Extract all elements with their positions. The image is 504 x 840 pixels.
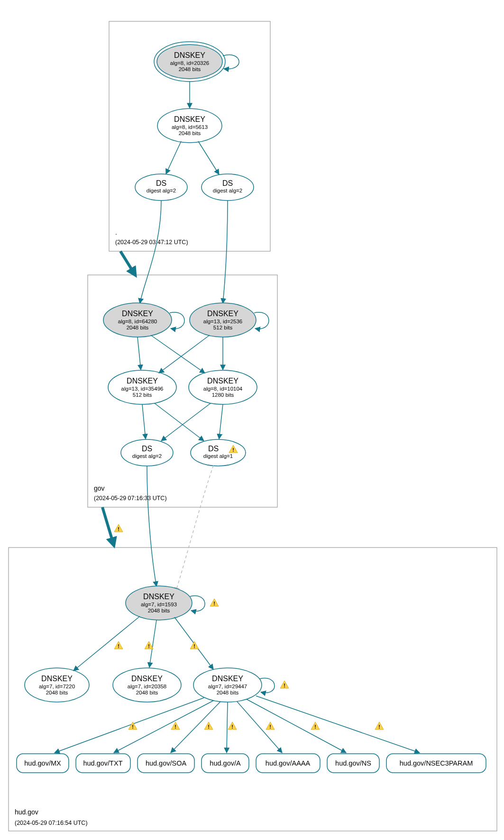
w-aaaa xyxy=(266,722,275,730)
svg-text:hud.gov/AAAA: hud.gov/AAAA xyxy=(266,759,311,767)
node-rr-a: hud.gov/A xyxy=(202,754,249,773)
e-gz2-gd2 xyxy=(219,404,223,439)
svg-text:DNSKEY: DNSKEY xyxy=(131,675,163,683)
svg-text:hud.gov/SOA: hud.gov/SOA xyxy=(146,759,187,767)
zone-gov-time: (2024-05-29 07:16:33 UTC) xyxy=(94,495,167,502)
svg-text:2048 bits: 2048 bits xyxy=(179,130,201,136)
svg-text:DS: DS xyxy=(208,445,219,453)
zone-root-label: . xyxy=(115,228,117,236)
zone-gov-label: gov xyxy=(94,484,105,492)
svg-text:DNSKEY: DNSKEY xyxy=(174,51,205,59)
warn-icon-deleg xyxy=(114,524,123,532)
e-gz1-gd1 xyxy=(142,404,146,439)
svg-text:2048 bits: 2048 bits xyxy=(179,66,201,72)
e-k3-nsec3 xyxy=(256,696,420,753)
node-root-ds1: DS digest alg=2 xyxy=(135,174,187,201)
svg-text:digest alg=2: digest alg=2 xyxy=(213,188,242,193)
svg-text:alg=8, id=20326: alg=8, id=20326 xyxy=(170,60,210,66)
svg-text:digest alg=2: digest alg=2 xyxy=(132,453,162,459)
svg-text:digest alg=2: digest alg=2 xyxy=(147,188,176,193)
w-nsec3 xyxy=(375,722,384,730)
node-root-zsk: DNSKEY alg=8, id=5613 2048 bits xyxy=(157,109,222,143)
e-k3-aaaa xyxy=(237,702,282,753)
svg-text:2048 bits: 2048 bits xyxy=(217,690,239,695)
svg-text:2048 bits: 2048 bits xyxy=(46,690,68,695)
node-hud-k1: DNSKEY alg=7, id=7220 2048 bits xyxy=(25,668,89,702)
e-gz1-gd2 xyxy=(154,403,204,441)
warn-e3 xyxy=(190,641,199,649)
edge-gov-to-hud-deleg xyxy=(102,507,114,545)
node-rr-txt: hud.gov/TXT xyxy=(76,754,130,773)
svg-text:digest alg=1: digest alg=1 xyxy=(203,453,233,459)
zone-hud-time: (2024-05-29 07:16:54 UTC) xyxy=(15,820,88,826)
svg-point-10 xyxy=(135,174,187,201)
node-hud-k3: DNSKEY alg=7, id=29447 2048 bits xyxy=(193,668,262,702)
svg-text:hud.gov/TXT: hud.gov/TXT xyxy=(83,759,122,767)
node-root-ksk: DNSKEY alg=8, id=20326 2048 bits xyxy=(154,42,225,82)
svg-text:alg=8, id=10104: alg=8, id=10104 xyxy=(203,386,243,392)
svg-text:DS: DS xyxy=(222,179,233,187)
e-gk1-gz1 xyxy=(137,337,141,370)
svg-text:DNSKEY: DNSKEY xyxy=(212,675,243,683)
edge-ds1-govksk1 xyxy=(140,201,161,303)
node-rr-aaaa: hud.gov/AAAA xyxy=(256,754,320,773)
warn-icon-hudksk-self xyxy=(210,599,219,606)
svg-text:alg=13, id=35496: alg=13, id=35496 xyxy=(121,386,164,392)
warn-e2 xyxy=(145,641,153,649)
warn-icon-hudk3-self xyxy=(280,681,289,688)
svg-text:alg=13, id=2536: alg=13, id=2536 xyxy=(203,319,243,324)
svg-text:DNSKEY: DNSKEY xyxy=(143,593,174,601)
svg-point-13 xyxy=(202,174,254,201)
svg-text:alg=7, id=29447: alg=7, id=29447 xyxy=(208,684,247,689)
svg-text:512 bits: 512 bits xyxy=(213,325,233,330)
svg-text:DNSKEY: DNSKEY xyxy=(127,377,158,385)
svg-text:512 bits: 512 bits xyxy=(133,392,152,398)
zone-root-time: (2024-05-29 03:47:12 UTC) xyxy=(115,239,188,246)
svg-text:DS: DS xyxy=(142,445,152,453)
node-rr-nsec3: hud.gov/NSEC3PARAM xyxy=(386,754,486,773)
svg-text:DNSKEY: DNSKEY xyxy=(41,675,73,683)
node-hud-k2: DNSKEY alg=7, id=20358 2048 bits xyxy=(113,668,181,702)
svg-text:DNSKEY: DNSKEY xyxy=(207,310,238,318)
svg-text:hud.gov/NS: hud.gov/NS xyxy=(335,759,371,767)
svg-text:alg=7, id=7220: alg=7, id=7220 xyxy=(39,684,75,689)
w-a xyxy=(228,722,237,730)
svg-text:alg=8, id=64280: alg=8, id=64280 xyxy=(118,319,157,324)
svg-text:alg=7, id=20358: alg=7, id=20358 xyxy=(128,684,167,689)
e-k3-txt xyxy=(114,701,213,753)
e-gz2-gd1 xyxy=(161,403,211,441)
svg-text:alg=8, id=5613: alg=8, id=5613 xyxy=(172,124,208,130)
svg-text:hud.gov/NSEC3PARAM: hud.gov/NSEC3PARAM xyxy=(400,759,473,767)
zone-hud-label: hud.gov xyxy=(15,808,38,816)
svg-text:DNSKEY: DNSKEY xyxy=(207,377,238,385)
svg-text:alg=7, id=1593: alg=7, id=1593 xyxy=(141,602,177,607)
svg-point-32 xyxy=(121,439,173,466)
svg-text:2048 bits: 2048 bits xyxy=(127,325,149,330)
edge-root-to-gov-deleg xyxy=(120,251,135,275)
edge-rootzsk-ds2 xyxy=(198,141,219,174)
warn-e1 xyxy=(114,641,123,649)
e-k3-a xyxy=(227,702,228,753)
svg-text:hud.gov/MX: hud.gov/MX xyxy=(24,759,61,767)
svg-text:DNSKEY: DNSKEY xyxy=(174,115,205,123)
svg-text:DS: DS xyxy=(156,179,166,187)
node-gov-zsk1: DNSKEY alg=13, id=35496 512 bits xyxy=(108,370,176,404)
e-gk2-gz1 xyxy=(159,335,210,373)
edge-ds2-govksk2 xyxy=(223,201,228,303)
node-root-ds2: DS digest alg=2 xyxy=(202,174,254,201)
w-soa xyxy=(204,722,213,730)
svg-text:1280 bits: 1280 bits xyxy=(212,392,234,398)
node-gov-ksk1: DNSKEY alg=8, id=64280 2048 bits xyxy=(103,303,172,337)
e-gd1-hudksk xyxy=(147,466,156,586)
node-gov-zsk2: DNSKEY alg=8, id=10104 1280 bits xyxy=(189,370,257,404)
node-rr-soa: hud.gov/SOA xyxy=(137,754,194,773)
svg-text:hud.gov/A: hud.gov/A xyxy=(210,759,241,767)
node-gov-ksk2: DNSKEY alg=13, id=2536 512 bits xyxy=(190,303,256,337)
node-rr-ns: hud.gov/NS xyxy=(327,754,379,773)
w-txt xyxy=(171,722,180,730)
edge-rootzsk-ds1 xyxy=(166,141,181,174)
e-gd2-hudksk-dashed xyxy=(175,466,213,593)
svg-text:2048 bits: 2048 bits xyxy=(148,608,170,613)
e-k3-ns xyxy=(247,699,346,753)
w-ns xyxy=(311,722,320,730)
